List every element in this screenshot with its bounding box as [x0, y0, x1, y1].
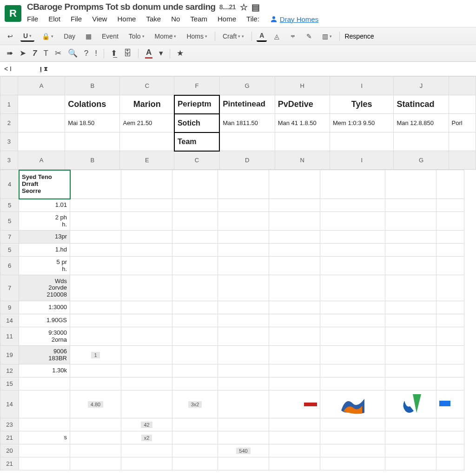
- cell[interactable]: Sotich: [174, 114, 219, 132]
- cell[interactable]: [70, 301, 121, 314]
- dropdown-icon[interactable]: ▾: [159, 48, 163, 58]
- lock-icon[interactable]: 🔒▾: [39, 31, 56, 41]
- cell[interactable]: [19, 457, 70, 470]
- row-header[interactable]: 5: [0, 244, 19, 257]
- text-color-icon[interactable]: A: [257, 30, 267, 42]
- col-header-F[interactable]: F: [174, 77, 219, 95]
- cell[interactable]: [449, 95, 476, 114]
- cell[interactable]: 13pr: [19, 231, 70, 244]
- cell[interactable]: [320, 327, 385, 346]
- cell[interactable]: [436, 457, 464, 470]
- cell[interactable]: [436, 431, 464, 444]
- cell[interactable]: Mem 1:0:3 9.50: [330, 114, 393, 132]
- cell[interactable]: [218, 377, 269, 390]
- cell[interactable]: [18, 114, 65, 132]
- cell[interactable]: [269, 431, 320, 444]
- cell[interactable]: [269, 257, 320, 275]
- cell[interactable]: [121, 444, 172, 457]
- cell[interactable]: [120, 132, 174, 151]
- cell[interactable]: [121, 390, 172, 418]
- cell[interactable]: [70, 170, 121, 199]
- col2-D[interactable]: D: [219, 151, 275, 170]
- homs-dropdown[interactable]: Homs ▾: [184, 31, 210, 41]
- cell[interactable]: 9006 183BR: [19, 346, 70, 364]
- cell[interactable]: [269, 457, 320, 470]
- cell[interactable]: 540: [218, 444, 269, 457]
- cell[interactable]: [70, 212, 121, 231]
- cell[interactable]: [172, 199, 218, 212]
- cell[interactable]: [436, 444, 464, 457]
- undo-icon[interactable]: ↩: [5, 31, 16, 41]
- cell[interactable]: [121, 199, 172, 212]
- calendar-icon[interactable]: ▦: [83, 31, 94, 41]
- cell[interactable]: [218, 301, 269, 314]
- cell[interactable]: [385, 444, 436, 457]
- cell[interactable]: [436, 390, 464, 418]
- search-icon[interactable]: 🔍: [68, 48, 78, 58]
- menu-file[interactable]: File: [27, 15, 38, 23]
- cell[interactable]: [385, 275, 436, 301]
- cell[interactable]: [70, 377, 121, 390]
- cell[interactable]: [218, 257, 269, 275]
- cell[interactable]: [218, 327, 269, 346]
- name-box[interactable]: < I: [3, 64, 31, 74]
- day-button[interactable]: Day: [61, 31, 78, 41]
- cell[interactable]: [436, 301, 464, 314]
- col-header-I[interactable]: I: [330, 77, 393, 95]
- cell[interactable]: 9:3000 2orna: [19, 327, 70, 346]
- star-icon2[interactable]: ★: [177, 48, 184, 58]
- cell[interactable]: [19, 418, 70, 431]
- cell[interactable]: [436, 327, 464, 346]
- cell[interactable]: [436, 212, 464, 231]
- row-header[interactable]: 7: [0, 231, 19, 244]
- cell[interactable]: [70, 199, 121, 212]
- cell[interactable]: [269, 275, 320, 301]
- cell[interactable]: [70, 275, 121, 301]
- menu-take[interactable]: Take: [146, 15, 161, 23]
- cell[interactable]: [121, 170, 172, 199]
- col-header-J[interactable]: J: [394, 77, 449, 95]
- cell[interactable]: Man 12.8.850: [394, 114, 449, 132]
- cell[interactable]: [218, 390, 269, 418]
- col-header-B[interactable]: B: [65, 77, 120, 95]
- edit-icon[interactable]: ✎: [304, 31, 315, 41]
- col-header-H[interactable]: H: [275, 77, 330, 95]
- cell[interactable]: [219, 132, 275, 151]
- cell[interactable]: [330, 132, 393, 151]
- cell[interactable]: [269, 170, 320, 199]
- menu-tile[interactable]: Tile:: [246, 15, 259, 23]
- cell[interactable]: [70, 244, 121, 257]
- cell[interactable]: [70, 431, 121, 444]
- row-header[interactable]: 14: [0, 390, 19, 418]
- cell[interactable]: [320, 231, 385, 244]
- col2-C[interactable]: C: [174, 151, 219, 170]
- cell[interactable]: Tyles: [330, 95, 393, 114]
- cell[interactable]: [70, 257, 121, 275]
- row-header-3[interactable]: 3: [0, 132, 18, 151]
- cell[interactable]: Man 1811.50: [219, 114, 275, 132]
- cell[interactable]: [385, 199, 436, 212]
- cell[interactable]: Porl: [449, 114, 476, 132]
- col2-N[interactable]: N: [275, 151, 330, 170]
- cell[interactable]: [385, 457, 436, 470]
- cell[interactable]: [320, 457, 385, 470]
- cell[interactable]: [385, 390, 436, 418]
- cell[interactable]: [19, 390, 70, 418]
- cell[interactable]: [436, 377, 464, 390]
- cell[interactable]: [172, 431, 218, 444]
- cell[interactable]: [436, 418, 464, 431]
- cell[interactable]: [218, 431, 269, 444]
- cell[interactable]: [18, 132, 65, 151]
- profile-link[interactable]: Dray Homes: [270, 15, 318, 23]
- row-header[interactable]: 14: [0, 314, 19, 327]
- cell[interactable]: [269, 444, 320, 457]
- row-header[interactable]: 5: [0, 199, 19, 212]
- cut-icon[interactable]: ✂: [55, 48, 61, 58]
- cell[interactable]: [172, 327, 218, 346]
- cell[interactable]: [320, 199, 385, 212]
- fill-color-icon[interactable]: ◬: [271, 31, 282, 41]
- cell[interactable]: [218, 457, 269, 470]
- cell[interactable]: x2: [121, 431, 172, 444]
- info-icon[interactable]: !: [95, 49, 97, 58]
- row-header-4[interactable]: 4: [0, 170, 19, 199]
